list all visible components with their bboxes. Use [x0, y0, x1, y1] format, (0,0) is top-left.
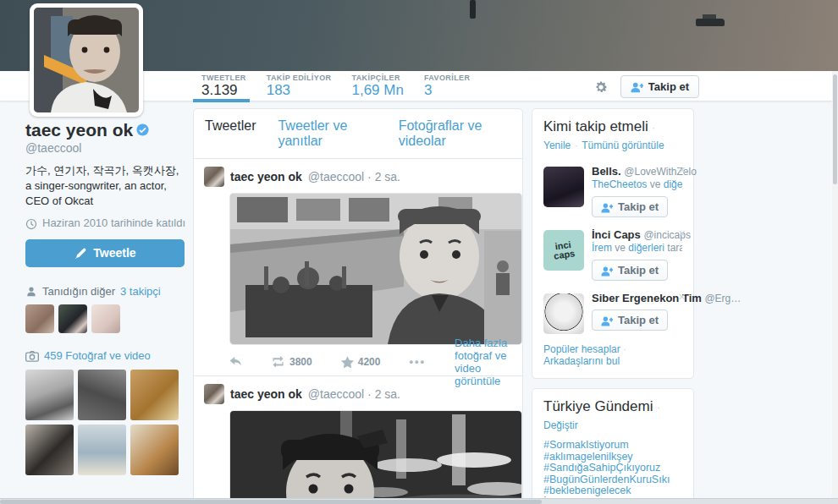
media-count-link[interactable]: 459 Fotoğraf ve video	[25, 349, 188, 362]
dismiss-suggestion-icon[interactable]: ×	[678, 165, 686, 175]
media-grid	[25, 370, 188, 475]
stat-following[interactable]: TAKİP EDİLİYOR 183	[258, 71, 344, 101]
trend-item: #SandığaSahipÇıkıyoruz	[543, 463, 682, 474]
follow-person-plus-icon	[601, 314, 613, 326]
follow-suggestion-button[interactable]: Takip et	[592, 310, 668, 331]
popular-accounts-link[interactable]: Popüler hesaplar	[543, 343, 620, 355]
dismiss-suggestion-icon[interactable]: ×	[678, 292, 686, 302]
tweet-author-avatar[interactable]	[204, 167, 224, 187]
refresh-link[interactable]: Yenile	[543, 140, 571, 151]
profile-handle[interactable]: @taeccool	[25, 141, 188, 155]
trend-link[interactable]: #aklımagelenilkşey	[543, 451, 633, 463]
find-friends-link[interactable]: Arkadaşlarını bul	[543, 355, 620, 367]
dismiss-suggestion-icon[interactable]: ×	[678, 228, 686, 238]
trend-link[interactable]: #SormakIstiyorum	[543, 439, 629, 451]
tweet-author-handle[interactable]: @taeccool · 2 sa.	[308, 170, 400, 184]
media-count-label: 459 Fotoğraf ve video	[44, 349, 151, 362]
suggestion-avatar-text: inci caps	[550, 239, 578, 261]
gear-icon[interactable]	[593, 79, 609, 95]
banner-buoy	[470, 0, 476, 19]
follow-button[interactable]: Takip et	[620, 75, 699, 98]
context-others-link[interactable]: diğerleri	[628, 242, 664, 254]
media-thumbnail[interactable]	[130, 370, 179, 420]
suggestion-name[interactable]: Bells. @LoveWithZelo	[592, 165, 682, 178]
vertical-scrollbar-thumb[interactable]	[833, 74, 837, 184]
tweet-photo-image	[230, 411, 522, 504]
media-thumbnail[interactable]	[130, 425, 179, 475]
media-thumbnail[interactable]	[25, 425, 74, 475]
reply-button[interactable]	[229, 356, 242, 367]
stat-tweets-value: 3.139	[201, 82, 246, 99]
known-followers-avatars	[25, 304, 188, 333]
trend-link[interactable]: #SandığaSahipÇıkıyoruz	[543, 462, 660, 474]
change-trends-link[interactable]: Değiştir	[543, 419, 578, 431]
follower-avatar[interactable]	[58, 304, 87, 333]
vertical-scrollbar[interactable]	[832, 71, 838, 504]
tweet-photo-image	[230, 194, 522, 344]
follower-avatar[interactable]	[25, 304, 54, 333]
context-user-link[interactable]: TheCheetos	[592, 178, 647, 190]
suggestion-name[interactable]: Siber Ergenekon Tim @Erg…	[592, 292, 682, 304]
follow-suggestion: inci caps × İnci Caps @incicaps İrem ve …	[543, 228, 682, 281]
follow-person-plus-icon	[631, 80, 643, 93]
suggestion-avatar[interactable]: inci caps	[543, 230, 584, 271]
tweet-header: taec yeon ok @taeccool · 2 sa.	[204, 384, 512, 404]
stat-favorites-value: 3	[424, 82, 470, 99]
tweet-photo[interactable]	[229, 193, 522, 345]
tweet-actions: 3800 4200 ••• Daha fazla fotoğraf ve vid…	[229, 348, 512, 375]
suggestion-name[interactable]: İnci Caps @incicaps	[592, 228, 682, 241]
view-all-link[interactable]: Tümünü görüntüle	[582, 140, 664, 151]
stat-followers-label: TAKİPÇİLER	[351, 74, 403, 82]
tweet-compose-label: Tweetle	[93, 246, 135, 260]
context-others-link[interactable]: diğerleri	[664, 178, 682, 190]
follow-suggestion-button[interactable]: Takip et	[592, 260, 668, 281]
tab-photos-videos[interactable]: Fotoğraflar ve videolar	[399, 118, 511, 149]
tweet-header: taec yeon ok @taeccool · 2 sa.	[204, 167, 512, 187]
tweet-compose-button[interactable]: Tweetle	[25, 239, 185, 267]
tweet-author-avatar[interactable]	[204, 384, 224, 404]
stat-followers[interactable]: TAKİPÇİLER 1,69 Mn	[343, 71, 415, 101]
verified-badge-icon	[135, 118, 150, 139]
retweet-icon	[271, 356, 285, 367]
follow-suggestion: × Bells. @LoveWithZelo TheCheetos ve diğ…	[543, 165, 682, 217]
calendar-clock-icon	[25, 216, 37, 230]
profile-avatar[interactable]	[30, 3, 143, 117]
timeline-tabs: Tweetler Tweetler ve yanıtlar Fotoğrafla…	[194, 109, 522, 159]
profile-summary: taec yeon ok @taeccool 가수, 연기자, 작곡가, 옥캣사…	[25, 118, 188, 475]
tweet-author-name[interactable]: taec yeon ok	[230, 387, 302, 401]
known-followers-link[interactable]: 3 takipçi	[120, 285, 161, 298]
horizontal-scrollbar[interactable]	[0, 498, 838, 504]
profile-bio: 가수, 연기자, 작곡가, 옥캣사장, a singer-songwriter,…	[25, 163, 188, 209]
suggestion-avatar[interactable]	[543, 293, 584, 334]
trend-item: #SormakIstiyorum	[543, 440, 682, 452]
retweet-button[interactable]: 3800	[271, 356, 312, 368]
star-icon	[341, 356, 354, 368]
media-thumbnail[interactable]	[78, 370, 126, 420]
tab-tweets[interactable]: Tweetler	[205, 118, 256, 149]
follower-avatar[interactable]	[91, 304, 120, 333]
stat-favorites[interactable]: FAVORİLER 3	[416, 71, 482, 101]
trend-link[interactable]: #beklebenigelecek	[543, 485, 631, 496]
follow-suggestion-button[interactable]: Takip et	[592, 196, 668, 217]
more-actions-button[interactable]: •••	[409, 355, 426, 368]
profile-avatar-image	[34, 8, 139, 112]
suggestion-avatar[interactable]	[543, 167, 584, 207]
context-user-link[interactable]: İrem	[592, 242, 612, 254]
trend-item: #aklımagelenilkşey	[543, 452, 682, 463]
tweet-photo[interactable]	[229, 410, 522, 504]
media-thumbnail[interactable]	[78, 425, 126, 475]
who-to-follow-title: Kimi takip etmeli	[543, 118, 648, 134]
horizontal-scrollbar-thumb[interactable]	[0, 500, 542, 504]
follow-person-plus-icon	[601, 200, 613, 213]
compose-pencil-icon	[74, 245, 87, 260]
tab-tweets-replies[interactable]: Tweetler ve yanıtlar	[278, 118, 376, 149]
media-thumbnail[interactable]	[25, 370, 74, 420]
trend-link[interactable]: #BugünGünlerdenKuruSıkı	[543, 474, 670, 485]
tweet-timestamp: 2 sa.	[375, 170, 400, 184]
profile-name[interactable]: taec yeon ok	[25, 118, 188, 140]
tweet-author-name[interactable]: taec yeon ok	[230, 170, 302, 184]
known-followers: Tanıdığın diğer 3 takipçi	[25, 285, 188, 299]
favorite-button[interactable]: 4200	[341, 356, 381, 368]
tweet-author-handle[interactable]: @taeccool · 2 sa.	[308, 387, 400, 401]
stat-tweets[interactable]: TWEETLER 3.139	[193, 71, 258, 101]
